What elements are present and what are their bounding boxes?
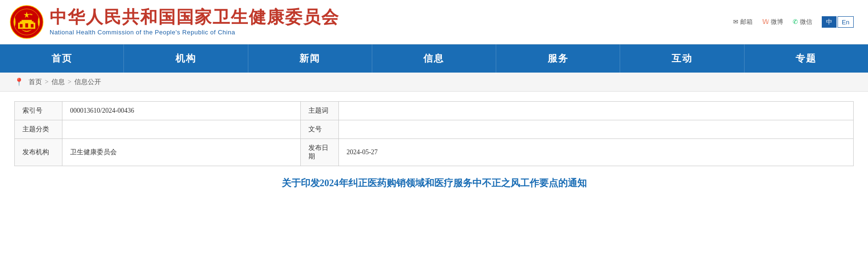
theme-value — [62, 120, 301, 139]
weibo-label: 微博 — [771, 18, 783, 26]
theme-label: 主题分类 — [15, 120, 62, 139]
nav-org[interactable]: 机构 — [124, 44, 248, 73]
main-navbar: 首页 机构 新闻 信息 服务 互动 专题 — [0, 44, 868, 73]
logo-text-group: 中华人民共和国国家卫生健康委员会 National Health Commiss… — [50, 8, 339, 36]
content-area: 索引号 000013610/2024-00436 主题词 主题分类 文号 发布机… — [0, 92, 868, 200]
breadcrumb-open-info[interactable]: 信息公开 — [74, 78, 101, 86]
table-row: 索引号 000013610/2024-00436 主题词 — [15, 102, 854, 120]
svg-rect-4 — [21, 20, 32, 22]
top-links-area: ✉ 邮箱 𝕎 微博 ✆ 微信 中 En — [733, 16, 854, 28]
nav-topics[interactable]: 专题 — [745, 44, 868, 73]
site-title-cn: 中华人民共和国国家卫生健康委员会 — [50, 8, 339, 27]
table-row: 发布机构 卫生健康委员会 发布日期 2024-05-27 — [15, 139, 854, 166]
pubdate-value: 2024-05-27 — [339, 139, 854, 166]
logo-area: 中华人民共和国国家卫生健康委员会 National Health Commiss… — [10, 5, 339, 39]
weixin-icon: ✆ — [793, 18, 798, 26]
site-header: 中华人民共和国国家卫生健康委员会 National Health Commiss… — [0, 0, 868, 44]
keyword-value — [339, 102, 854, 120]
breadcrumb-info[interactable]: 信息 — [51, 78, 65, 86]
publisher-label: 发布机构 — [15, 139, 62, 166]
breadcrumb: 📍 首页 > 信息 > 信息公开 — [0, 73, 868, 92]
mail-label: 邮箱 — [740, 18, 753, 26]
keyword-label: 主题词 — [301, 102, 339, 120]
table-row: 主题分类 文号 — [15, 120, 854, 139]
pubdate-label: 发布日期 — [301, 139, 339, 166]
docno-label: 文号 — [301, 120, 339, 139]
svg-rect-7 — [31, 24, 34, 27]
lang-en-button[interactable]: En — [837, 16, 854, 28]
breadcrumb-sep-2: > — [68, 78, 71, 86]
nav-home[interactable]: 首页 — [0, 44, 124, 73]
index-label: 索引号 — [15, 102, 62, 120]
nav-service[interactable]: 服务 — [496, 44, 620, 73]
mail-link[interactable]: ✉ 邮箱 — [733, 18, 753, 26]
language-switcher: 中 En — [822, 16, 854, 28]
docno-value — [339, 120, 854, 139]
location-icon: 📍 — [14, 77, 24, 86]
nav-info[interactable]: 信息 — [372, 44, 496, 73]
nav-interact[interactable]: 互动 — [620, 44, 744, 73]
article-title: 关于印发2024年纠正医药购销领域和医疗服务中不正之风工作要点的通知 — [14, 176, 854, 190]
nav-news[interactable]: 新闻 — [248, 44, 372, 73]
lang-cn-button[interactable]: 中 — [822, 16, 837, 28]
site-title-en: National Health Commission of the People… — [50, 29, 339, 36]
weixin-link[interactable]: ✆ 微信 — [793, 18, 812, 26]
weibo-link[interactable]: 𝕎 微博 — [762, 18, 783, 26]
mail-icon: ✉ — [733, 18, 738, 26]
breadcrumb-home[interactable]: 首页 — [29, 78, 42, 86]
national-emblem-icon — [10, 5, 44, 39]
breadcrumb-sep-1: > — [45, 78, 49, 86]
document-info-table: 索引号 000013610/2024-00436 主题词 主题分类 文号 发布机… — [14, 101, 854, 166]
svg-rect-5 — [20, 24, 23, 27]
weibo-icon: 𝕎 — [762, 18, 769, 26]
svg-rect-6 — [25, 23, 28, 28]
index-value: 000013610/2024-00436 — [62, 102, 301, 120]
publisher-value: 卫生健康委员会 — [62, 139, 301, 166]
weixin-label: 微信 — [800, 18, 812, 26]
